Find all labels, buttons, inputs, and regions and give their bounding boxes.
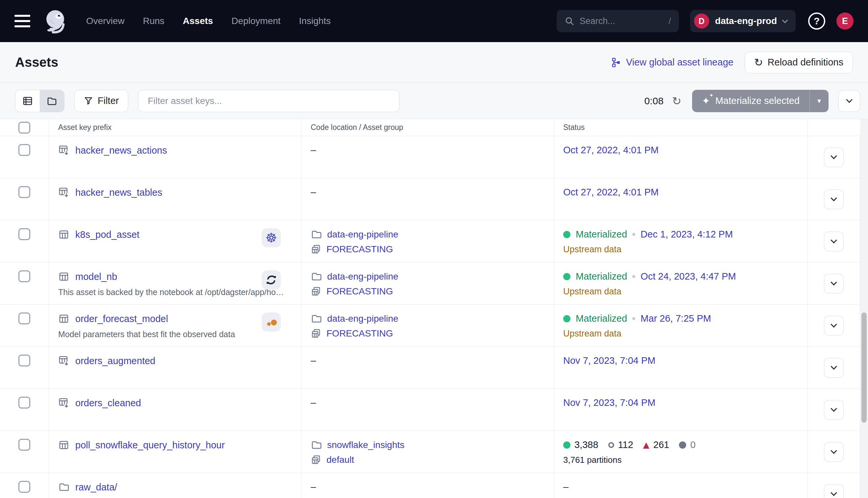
missing-dot-icon	[608, 442, 614, 448]
row-checkbox[interactable]	[18, 271, 30, 282]
row-actions-cell	[807, 389, 860, 431]
filter-asset-keys-input[interactable]	[138, 90, 400, 112]
asset-name-link[interactable]: order_forecast_model	[75, 313, 168, 324]
expand-row-button[interactable]	[824, 400, 844, 420]
scrollbar-track[interactable]	[860, 119, 868, 498]
asset-group-link[interactable]: FORECASTING	[326, 286, 393, 297]
asset-name-link[interactable]: poll_snowflake_query_history_hour	[75, 440, 225, 451]
lineage-icon	[611, 57, 622, 68]
materialization-date-link[interactable]: Oct 27, 2022, 4:01 PM	[563, 145, 658, 156]
asset-group-icon	[311, 286, 321, 297]
filter-button[interactable]: Filter	[74, 90, 128, 112]
asset-name-link[interactable]: hacker_news_tables	[75, 187, 162, 198]
reload-definitions-button[interactable]: ↻ Reload definitions	[745, 52, 853, 73]
expand-row-button[interactable]	[824, 189, 844, 209]
asset-name-link[interactable]: k8s_pod_asset	[75, 229, 139, 240]
expand-row-button[interactable]	[824, 274, 844, 293]
row-actions-cell	[807, 178, 860, 220]
nav-item-overview[interactable]: Overview	[86, 16, 125, 26]
asset-name-link[interactable]: orders_augmented	[75, 356, 155, 366]
code-location-link[interactable]: data-eng-pipeline	[327, 271, 398, 282]
nav-item-deployment[interactable]: Deployment	[231, 16, 280, 26]
asset-name-link[interactable]: raw_data/	[75, 482, 117, 493]
asset-group-link[interactable]: FORECASTING	[326, 328, 393, 339]
table-row: poll_snowflake_query_history_hoursnowfla…	[0, 431, 868, 473]
upstream-data-note: Upstream data	[563, 287, 800, 297]
asset-group-link[interactable]: default	[326, 455, 354, 465]
folder-icon	[311, 271, 322, 282]
nav-item-insights[interactable]: Insights	[299, 16, 331, 26]
search-input[interactable]: Search... /	[557, 10, 679, 32]
dagster-logo-icon[interactable]	[43, 7, 69, 35]
nav-item-assets[interactable]: Assets	[183, 16, 213, 26]
chevron-down-icon	[846, 96, 853, 103]
materialization-date-link[interactable]: Nov 7, 2023, 7:04 PM	[563, 355, 656, 366]
status-line: Nov 7, 2023, 7:04 PM	[563, 397, 800, 408]
deployment-switcher[interactable]: D data-eng-prod	[690, 10, 796, 32]
row-checkbox[interactable]	[18, 397, 30, 408]
jupyter-icon	[264, 314, 279, 330]
code-location-link[interactable]: snowflake_insights	[327, 440, 404, 450]
expand-row-button[interactable]	[824, 484, 844, 498]
asset-name-line: hacker_news_tables	[58, 187, 293, 198]
help-icon[interactable]: ?	[808, 13, 825, 30]
asset-key-cell: k8s_pod_asset☸	[49, 220, 301, 262]
materialization-date-link[interactable]: Dec 1, 2023, 4:12 PM	[640, 229, 733, 240]
materialization-date-link[interactable]: Mar 26, 7:25 PM	[640, 313, 711, 324]
avatar[interactable]: E	[837, 13, 854, 30]
folder-icon	[311, 440, 322, 451]
scrollbar-thumb[interactable]	[862, 313, 867, 423]
table-header-row: Asset key prefix Code location / Asset g…	[0, 119, 868, 136]
list-view-toggle[interactable]	[15, 90, 40, 112]
expand-row-button[interactable]	[824, 358, 844, 378]
chevron-down-icon	[830, 237, 837, 244]
folder-view-toggle[interactable]	[40, 90, 65, 112]
row-checkbox-cell	[0, 220, 49, 262]
materialize-selected-button[interactable]: ✦✦ Materialize selected ▾	[692, 90, 829, 112]
column-header-asset-key: Asset key prefix	[49, 119, 301, 136]
row-checkbox[interactable]	[18, 481, 30, 493]
compute-kind-badge-kubernetes: ☸	[262, 228, 281, 247]
table-row: hacker_news_tables–Oct 27, 2022, 4:01 PM	[0, 178, 868, 220]
expand-row-button[interactable]	[824, 147, 844, 167]
code-location-link[interactable]: data-eng-pipeline	[327, 229, 398, 240]
asset-group-icon	[311, 455, 321, 465]
expand-row-button[interactable]	[824, 316, 844, 336]
asset-description: Model parameters that best fit the obser…	[58, 330, 285, 339]
folder-view-icon	[47, 96, 57, 106]
code-location-link[interactable]: data-eng-pipeline	[327, 313, 398, 324]
asset-group-link[interactable]: FORECASTING	[326, 244, 393, 254]
materialization-date-link[interactable]: Oct 24, 2023, 4:47 PM	[640, 271, 736, 282]
row-checkbox[interactable]	[18, 144, 30, 156]
nav-item-runs[interactable]: Runs	[143, 16, 164, 26]
hamburger-menu-icon[interactable]	[14, 15, 30, 27]
asset-prefix-icon	[58, 187, 69, 198]
materialization-date-link[interactable]: Oct 27, 2022, 4:01 PM	[563, 187, 658, 198]
collapse-all-button[interactable]	[838, 90, 860, 112]
asset-name-link[interactable]: model_nb	[75, 271, 117, 282]
asset-name-link[interactable]: hacker_news_actions	[75, 145, 167, 156]
code-location-line: data-eng-pipeline	[311, 271, 546, 282]
chevron-down-icon	[782, 17, 788, 23]
asset-group-line: FORECASTING	[311, 328, 546, 339]
row-checkbox[interactable]	[18, 355, 30, 366]
row-checkbox[interactable]	[18, 439, 30, 451]
row-actions-cell	[807, 136, 860, 178]
view-global-asset-lineage-link[interactable]: View global asset lineage	[611, 57, 734, 68]
asset-prefix-icon	[58, 145, 69, 156]
row-checkbox[interactable]	[18, 186, 30, 198]
materialization-date-link[interactable]: Nov 7, 2023, 7:04 PM	[563, 397, 656, 408]
code-location-cell: –	[301, 178, 554, 220]
expand-row-button[interactable]	[824, 442, 844, 462]
refresh-icon[interactable]: ↻	[672, 94, 682, 107]
select-all-checkbox[interactable]	[18, 122, 30, 133]
materialized-label: Materialized	[576, 271, 627, 282]
materialize-dropdown-caret[interactable]: ▾	[810, 90, 829, 112]
asset-description: This asset is backed by the notebook at …	[58, 288, 285, 297]
partition-counts-line: 3,388112▲2610	[563, 440, 800, 450]
asset-key-cell: hacker_news_actions	[49, 136, 301, 178]
expand-row-button[interactable]	[824, 232, 844, 251]
row-checkbox[interactable]	[18, 228, 30, 240]
asset-name-link[interactable]: orders_cleaned	[75, 398, 141, 408]
row-checkbox[interactable]	[18, 313, 30, 324]
